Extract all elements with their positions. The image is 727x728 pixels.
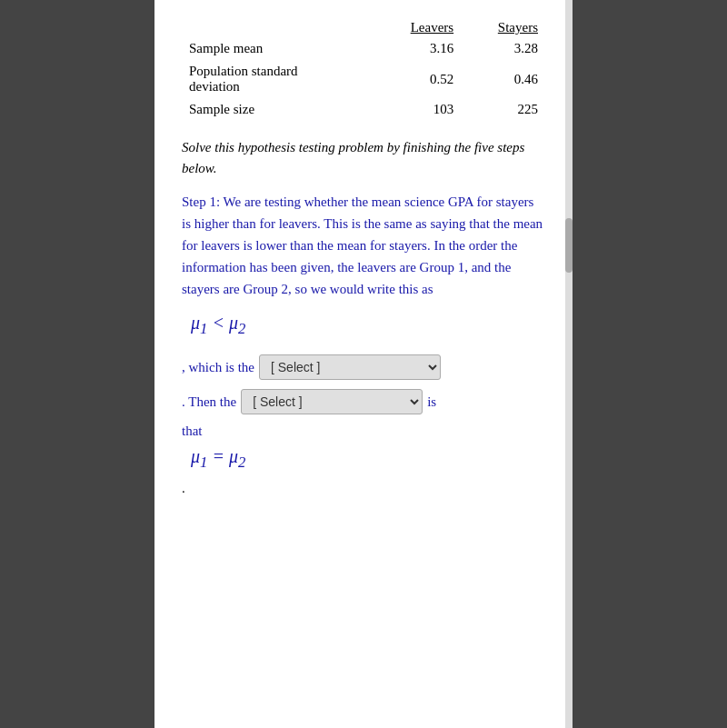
row-label-sample-mean: Sample mean [182, 37, 372, 60]
table-row: Sample size 103 225 [182, 98, 545, 121]
select-dropdown-1[interactable]: [ Select ] [259, 354, 441, 380]
row-val-stayers-std: 0.46 [461, 60, 545, 98]
col-header-stayers: Stayers [461, 18, 545, 37]
table-row: Sample mean 3.16 3.28 [182, 37, 545, 60]
data-table: Leavers Stayers Sample mean 3.16 3.28 Po… [182, 18, 545, 121]
that-text: that [182, 424, 545, 439]
step1-paragraph: Step 1: We are testing whether the mean … [182, 191, 545, 300]
then-the-prefix: . Then the [182, 394, 236, 410]
row-val-stayers-mean: 3.28 [461, 37, 545, 60]
formula-mu1-eq-mu2: μ1 = μ2 [191, 446, 545, 472]
row-val-leavers-size: 103 [372, 98, 461, 121]
col-header-label [182, 18, 372, 37]
which-is-the-row: , which is the [ Select ] [182, 354, 545, 380]
then-the-suffix: is [427, 394, 436, 410]
bottom-dot: . [182, 481, 545, 496]
row-val-leavers-mean: 3.16 [372, 37, 461, 60]
row-val-stayers-size: 225 [461, 98, 545, 121]
italic-instruction: Solve this hypothesis testing problem by… [182, 137, 545, 178]
select-dropdown-2[interactable]: [ Select ] [241, 389, 423, 414]
main-content: Leavers Stayers Sample mean 3.16 3.28 Po… [154, 0, 573, 728]
row-label-pop-std: Population standard deviation [182, 60, 372, 98]
col-header-leavers: Leavers [372, 18, 461, 37]
formula-mu1-lt-mu2: μ1 < μ2 [191, 313, 545, 338]
table-row: Population standard deviation 0.52 0.46 [182, 60, 545, 98]
then-the-row: . Then the [ Select ] is [182, 389, 545, 414]
row-val-leavers-std: 0.52 [372, 60, 461, 98]
scrollbar-thumb[interactable] [565, 218, 573, 273]
scrollbar[interactable] [565, 0, 573, 728]
which-is-the-prefix: , which is the [182, 360, 254, 375]
row-label-sample-size: Sample size [182, 98, 372, 121]
